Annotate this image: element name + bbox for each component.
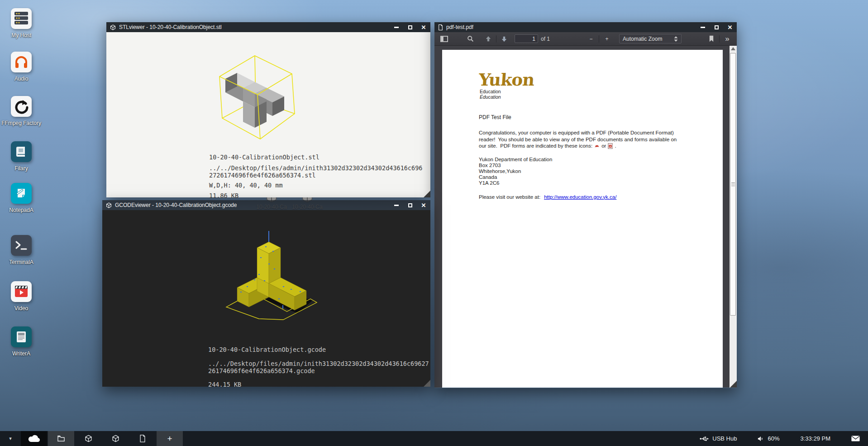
yukon-logo: Yukon [478,72,706,88]
clock[interactable]: 3:33:29 PM [801,435,831,442]
scroll-up-arrow-icon[interactable] [731,47,735,50]
stl-3d-model [207,50,311,145]
gcode-path-line1: ../../Desktop/files/admin/inith31302d323… [208,360,429,367]
close-button[interactable]: ✕ [420,24,427,30]
close-button[interactable]: ✕ [420,202,427,208]
taskbar-left-group: ▾ [0,431,184,446]
page-up-button[interactable] [482,34,494,44]
toolbar-separator [719,35,720,43]
desktop-icon-video[interactable]: Video [0,281,43,312]
window-title: pdf-test.pdf [446,24,473,30]
gcode-path-line2: 26174696f6e4f626a656374.gcode [208,367,429,374]
taskbar-desktop-button[interactable] [21,431,47,446]
desktop-icon-terminala[interactable]: TerminalA [0,235,43,266]
pdf-document-icon [438,24,443,30]
desktop-icon-label: FFmpeg Factory [0,120,43,127]
notifications-button[interactable] [851,436,860,441]
taskbar-stlviewer-button[interactable] [75,431,101,446]
stl-path-line2: 2726174696f6e4f626a656374.stl [209,172,422,179]
window-title: STLviewer - 10-20-40-CalibrationObject.s… [119,24,222,30]
desktop-icon-label: My Host [0,32,43,39]
scrollbar-grip-icon [731,182,735,186]
terminal-prompt-icon [11,235,32,256]
taskbar-gcodeviewer-button[interactable] [102,431,129,446]
bookmark-icon [709,35,714,42]
maximize-button[interactable] [713,24,720,30]
resize-grip[interactable] [424,191,430,197]
maximize-button[interactable] [407,202,413,208]
sidebar-toggle-button[interactable] [438,34,450,44]
search-button[interactable] [464,34,476,44]
desktop-icon-label: Audio [0,76,43,82]
pdf-document-icon [139,435,146,442]
resize-grip[interactable] [730,381,737,388]
usb-status[interactable]: USB Hub [700,435,737,442]
pdf-document-text: Yukon Education Éducation PDF Test File … [479,72,705,200]
taskbar-right-group: USB Hub 60% 3:33:29 PM [700,431,868,446]
zoom-level-select[interactable]: Automatic Zoom [619,34,682,43]
page-number-input[interactable] [515,34,538,43]
cube-icon [106,202,112,208]
volume-status[interactable]: 60% [758,435,779,442]
cube-icon [85,435,92,442]
desktop-icon-my-host[interactable]: My Host [0,8,43,39]
minimize-button[interactable] [393,202,400,208]
speaker-icon [758,436,764,442]
cube-icon [112,435,119,442]
acrobat-reader-icon [594,143,600,149]
taskbar-file-manager-button[interactable] [48,431,74,446]
taskbar-pdf-button[interactable] [129,431,156,446]
stl-viewport[interactable]: 10-20-40-CalibrationObject.stl ../../Des… [106,32,430,197]
taskbar-menu-chevron[interactable]: ▾ [0,431,21,446]
resize-grip[interactable] [424,380,430,387]
recycle-arrows-icon [11,96,32,117]
pdf-address-block: Yukon Department of Education Box 2703 W… [479,157,705,187]
desktop-icon-label: Filary [0,165,43,172]
pdf-page[interactable]: Yukon Education Éducation PDF Test File … [442,50,723,388]
zoom-out-button[interactable]: − [585,34,597,44]
website-label: Please visit our website at: [479,194,540,200]
server-icon [11,8,32,29]
website-link[interactable]: http://www.education.gov.yk.ca/ [544,194,616,200]
scrollbar[interactable] [730,46,737,388]
gcodeviewer-window: GCODEviewer - 10-20-40-CalibrationObject… [102,200,430,387]
headphones-icon [11,52,32,72]
close-button[interactable]: ✕ [727,24,733,30]
desktop-icon-filary[interactable]: Filary [0,141,43,172]
toolbar-separator [496,35,496,43]
pdf-content-area: Yukon Education Éducation PDF Test File … [434,46,737,388]
maximize-button[interactable] [407,24,413,30]
cloud-icon [28,435,40,442]
volume-label: 60% [768,435,779,442]
scrollbar-thumb[interactable] [730,53,736,316]
desktop-icon-label: TerminalA [0,259,43,266]
gcodeviewer-titlebar[interactable]: GCODEviewer - 10-20-40-CalibrationObject… [102,200,430,210]
pdf-paragraph: Congratulations, your computer is equipp… [479,129,705,149]
more-tools-button[interactable]: » [721,34,733,44]
gcode-viewport[interactable]: 10-20-40-CalibrationObject.gcode ../../D… [102,210,430,387]
updown-caret-icon [674,36,678,42]
gcode-3d-print-preview [215,223,342,322]
desktop-icon-writera[interactable]: WriterA [0,326,43,357]
desktop-icon-notepada[interactable]: NotepadA [0,183,43,214]
zoom-level-value: Automatic Zoom [623,36,662,42]
gcode-file-info: 10-20-40-CalibrationObject.gcode ../../D… [208,346,429,388]
zoom-in-button[interactable]: + [601,34,613,44]
bookmark-button[interactable] [706,34,717,44]
page-down-button[interactable] [498,34,510,44]
taskbar-new-window-button[interactable]: + [157,431,183,446]
window-title: GCODEviewer - 10-20-40-CalibrationObject… [115,202,237,208]
minimize-button[interactable] [393,24,400,30]
desktop-icon-ffmpeg-factory[interactable]: FFmpeg Factory [0,96,43,127]
gcode-filesize: 244.15 KB [208,381,429,388]
toolbar-separator [599,35,599,43]
minimize-button[interactable] [700,24,706,30]
stlviewer-titlebar[interactable]: STLviewer - 10-20-40-CalibrationObject.s… [106,22,430,32]
clock-label: 3:33:29 PM [801,435,831,442]
pdf-titlebar[interactable]: pdf-test.pdf ✕ [434,22,737,32]
book-icon [11,141,32,162]
arrow-down-icon [501,36,507,42]
desktop-icon-audio[interactable]: Audio [0,52,43,82]
stl-filesize: 11.86 KB [209,192,422,199]
search-icon [467,35,474,42]
